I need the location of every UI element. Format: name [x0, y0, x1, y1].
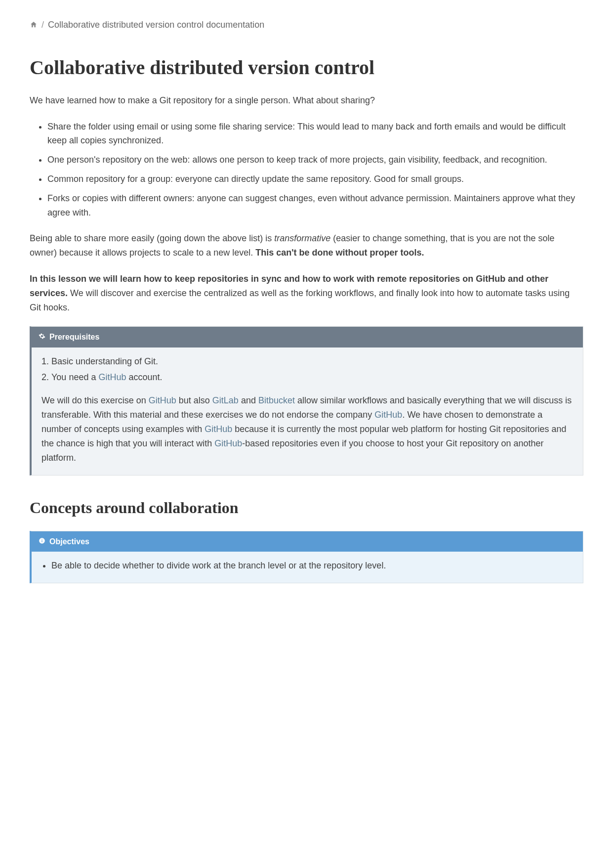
objectives-body: Be able to decide whether to divide work… [32, 552, 583, 583]
gear-icon [39, 331, 45, 344]
breadcrumb-current: Collaborative distributed version contro… [48, 18, 264, 32]
emphasis-transformative: transformative [274, 233, 330, 243]
sharing-options-list: Share the folder using email or using so… [47, 120, 583, 220]
github-link[interactable]: GitHub [214, 438, 242, 448]
objectives-admonition: Objectives Be able to decide whether to … [30, 531, 583, 583]
home-icon[interactable] [30, 21, 38, 29]
prerequisites-title-bar: Prerequisites [32, 327, 583, 347]
prerequisites-list: Basic understanding of Git. You need a G… [51, 354, 573, 385]
list-item: Forks or copies with different owners: a… [47, 191, 583, 220]
svg-rect-1 [41, 540, 42, 542]
objectives-title-bar: Objectives [32, 531, 583, 552]
concepts-heading: Concepts around collaboration [30, 495, 583, 521]
svg-rect-2 [41, 539, 42, 539]
text-fragment: We will do this exercise on [41, 395, 149, 405]
text-fragment: but also [176, 395, 212, 405]
gitlab-link[interactable]: GitLab [212, 395, 239, 405]
objectives-list: Be able to decide whether to divide work… [51, 559, 573, 573]
info-icon [39, 535, 45, 548]
github-link[interactable]: GitHub [98, 372, 126, 382]
text-fragment: Being able to share more easily (going d… [30, 233, 274, 243]
prerequisites-title: Prerequisites [49, 331, 99, 344]
text-fragment: account. [126, 372, 162, 382]
text-fragment: and [239, 395, 258, 405]
intro-paragraph: We have learned how to make a Git reposi… [30, 93, 583, 108]
prerequisites-body: Basic understanding of Git. You need a G… [32, 347, 583, 475]
list-item: One person's repository on the web: allo… [47, 153, 583, 167]
github-link[interactable]: GitHub [204, 424, 232, 434]
page-title: Collaborative distributed version contro… [30, 56, 583, 80]
prerequisites-admonition: Prerequisites Basic understanding of Git… [30, 326, 583, 476]
prerequisites-note: We will do this exercise on GitHub but a… [41, 393, 573, 466]
strong-tools: This can't be done without proper tools. [255, 248, 424, 258]
list-item: You need a GitHub account. [51, 370, 573, 385]
list-item: Be able to decide whether to divide work… [51, 559, 573, 573]
list-item: Common repository for a group: everyone … [47, 172, 583, 186]
breadcrumb-separator: / [41, 18, 44, 32]
breadcrumb: / Collaborative distributed version cont… [30, 18, 583, 32]
transformative-paragraph: Being able to share more easily (going d… [30, 231, 583, 260]
objectives-title: Objectives [49, 535, 89, 548]
list-item: Basic understanding of Git. [51, 354, 573, 369]
list-item: Share the folder using email or using so… [47, 120, 583, 148]
text-fragment: You need a [51, 372, 98, 382]
github-link[interactable]: GitHub [374, 410, 402, 420]
github-link[interactable]: GitHub [149, 395, 176, 405]
lesson-summary-paragraph: In this lesson we will learn how to keep… [30, 272, 583, 314]
bitbucket-link[interactable]: Bitbucket [258, 395, 295, 405]
text-fragment: We will discover and exercise the centra… [30, 288, 570, 312]
